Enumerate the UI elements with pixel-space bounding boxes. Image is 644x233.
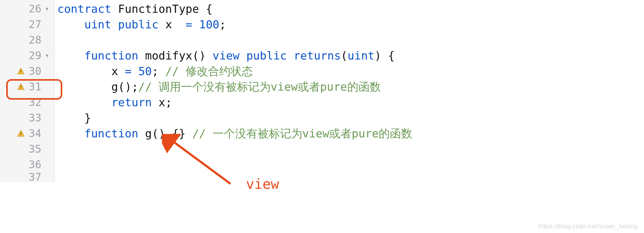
gutter-row[interactable]: 37 ▾: [0, 173, 54, 182]
code-text: g();: [57, 79, 138, 95]
comment: // 调用一个没有被标记为view或者pure的函数: [138, 79, 381, 95]
keyword: contract: [57, 1, 111, 17]
keyword: function: [84, 48, 138, 64]
line-number: 30: [29, 64, 41, 79]
number: 50: [138, 64, 152, 79]
operator: =: [186, 17, 192, 32]
fold-icon[interactable]: ▾: [43, 50, 51, 61]
code-text: {: [206, 1, 213, 17]
code-line[interactable]: return x;: [57, 95, 644, 110]
gutter-row[interactable]: 36 ▾: [0, 157, 54, 173]
keyword: public: [246, 48, 287, 64]
gutter-row[interactable]: 35 ▾: [0, 141, 54, 157]
operator: =: [125, 64, 132, 79]
keyword: uint: [84, 17, 111, 32]
line-number: 37: [29, 170, 41, 182]
code-line[interactable]: [57, 32, 644, 48]
code-text: x;: [152, 95, 172, 110]
code-line[interactable]: function modifyx() view public returns(u…: [57, 48, 644, 64]
code-text: }: [57, 110, 91, 126]
svg-rect-0: [21, 70, 21, 72]
line-number: 28: [29, 33, 41, 48]
code-area[interactable]: contract FunctionType { uint public x = …: [55, 0, 644, 182]
line-number: 31: [29, 79, 41, 94]
gutter-row[interactable]: 30 ▾: [0, 64, 54, 79]
code-text: modifyx(): [138, 48, 212, 64]
warning-icon[interactable]: [17, 83, 25, 91]
code-text: [111, 17, 118, 32]
code-line[interactable]: g();// 调用一个没有被标记为view或者pure的函数: [57, 79, 644, 95]
code-text: [57, 48, 84, 64]
keyword: return: [111, 95, 152, 110]
code-text: g() {}: [138, 126, 192, 141]
comment: // 一个没有被标记为view或者pure的函数: [192, 126, 412, 141]
gutter: 26 ▾ 27 ▾ 28 ▾ 29 ▾ 30 ▾ 31 ▾: [0, 0, 55, 182]
code-text: x: [57, 64, 125, 79]
svg-rect-3: [21, 88, 21, 89]
code-text: ) {: [375, 48, 395, 64]
code-editor[interactable]: 26 ▾ 27 ▾ 28 ▾ 29 ▾ 30 ▾ 31 ▾: [0, 0, 644, 182]
line-number: 27: [29, 17, 41, 32]
gutter-row[interactable]: 29 ▾: [0, 48, 54, 64]
keyword: public: [118, 17, 159, 32]
code-text: [57, 126, 84, 141]
line-number: 29: [29, 48, 41, 63]
code-text: x: [159, 17, 186, 32]
code-text: ;: [219, 17, 226, 32]
code-line[interactable]: [57, 157, 644, 173]
gutter-row[interactable]: 32 ▾: [0, 95, 54, 110]
code-line[interactable]: function g() {} // 一个没有被标记为view或者pure的函数: [57, 126, 644, 141]
keyword: returns: [294, 48, 341, 64]
svg-rect-5: [21, 135, 21, 136]
svg-rect-1: [21, 73, 21, 73]
svg-rect-4: [21, 132, 21, 135]
code-line[interactable]: x = 50; // 修改合约状态: [57, 64, 644, 79]
keyword: view: [213, 48, 240, 64]
annotation-label: view: [246, 174, 279, 182]
code-text: ;: [152, 64, 165, 79]
fold-icon[interactable]: ▾: [43, 4, 51, 14]
code-line[interactable]: [57, 141, 644, 157]
gutter-row[interactable]: 26 ▾: [0, 1, 54, 17]
code-text: [57, 95, 111, 110]
code-text: [287, 48, 294, 64]
gutter-row[interactable]: 28 ▾: [0, 32, 54, 48]
line-number: 26: [29, 2, 41, 17]
warning-icon[interactable]: [17, 67, 25, 75]
keyword: function: [84, 126, 138, 141]
code-text: [239, 48, 246, 64]
line-number: 33: [29, 111, 41, 126]
code-line[interactable]: uint public x = 100;: [57, 17, 644, 32]
keyword: uint: [348, 48, 375, 64]
gutter-row[interactable]: 31 ▾: [0, 79, 54, 95]
code-line[interactable]: }: [57, 110, 644, 126]
gutter-row[interactable]: 34 ▾: [0, 126, 54, 141]
code-text: [131, 64, 138, 79]
code-line[interactable]: contract FunctionType {: [57, 1, 644, 17]
code-text: (: [341, 48, 348, 64]
line-number: 35: [29, 142, 41, 157]
gutter-row[interactable]: 33 ▾: [0, 110, 54, 126]
number: 100: [199, 17, 219, 32]
code-text: FunctionType: [111, 1, 206, 17]
warning-icon[interactable]: [17, 130, 25, 138]
gutter-row[interactable]: 27 ▾: [0, 17, 54, 32]
comment: // 修改合约状态: [165, 64, 253, 79]
line-number: 32: [29, 95, 41, 110]
svg-rect-2: [21, 86, 21, 88]
line-number: 34: [29, 126, 41, 141]
code-text: [57, 17, 84, 32]
code-text: [192, 17, 199, 32]
